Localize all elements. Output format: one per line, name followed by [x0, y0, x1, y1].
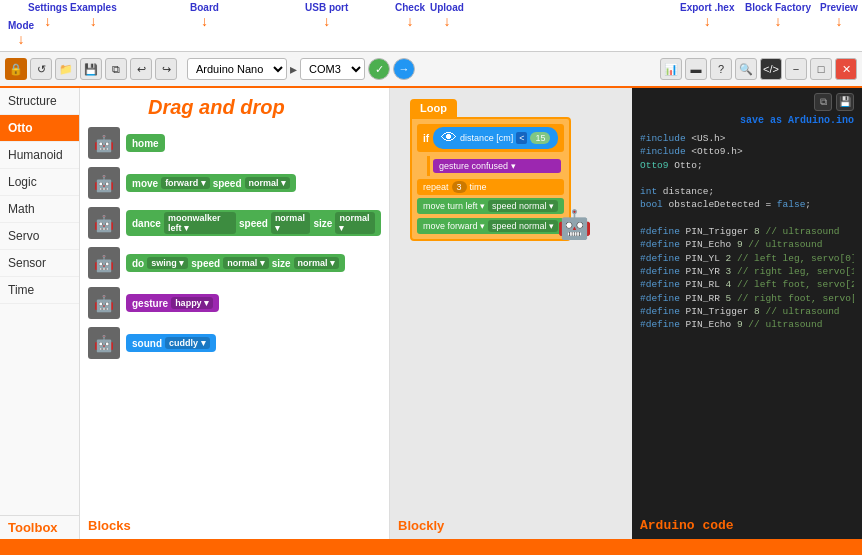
minimize-button[interactable]: −	[785, 58, 807, 80]
code-line-11: #define PIN_YR 3 // right leg, servo[1]	[640, 265, 854, 278]
copy-code-button[interactable]: ⧉	[814, 93, 832, 111]
robot-icon-gesture: 🤖	[88, 287, 120, 319]
block-row-sound: 🤖 sound cuddly ▾	[88, 327, 381, 359]
save-code-button[interactable]: 💾	[836, 93, 854, 111]
gesture-confused-block[interactable]: gesture confused ▾	[433, 159, 561, 173]
preview-arrow: ↓	[835, 13, 842, 29]
board-select[interactable]: Arduino Nano	[187, 58, 287, 80]
usb-arrow: ↓	[323, 13, 330, 29]
code-line-10: #define PIN_YL 2 // left leg, servo[0]	[640, 252, 854, 265]
robot-icon-move: 🤖	[88, 167, 120, 199]
block-factory-arrow: ↓	[775, 13, 782, 29]
robot-icon-dance: 🤖	[88, 207, 120, 239]
upload-arrow: ↓	[443, 13, 450, 29]
save-button[interactable]: 💾	[80, 58, 102, 80]
content-area: Structure Otto Humanoid Logic Math Servo…	[0, 88, 862, 539]
toolbox-item-humanoid[interactable]: Humanoid	[0, 142, 79, 169]
robot-icon-swing: 🤖	[88, 247, 120, 279]
block-gesture-happy[interactable]: gesture happy ▾	[126, 294, 219, 312]
help-icon[interactable]: ?	[710, 58, 732, 80]
blocks-label: Blocks	[88, 518, 131, 533]
redo-button[interactable]: ↪	[155, 58, 177, 80]
toolbox-item-otto[interactable]: Otto	[0, 115, 79, 142]
block-factory-label: Block Factory	[745, 2, 811, 13]
open-button[interactable]: 📁	[55, 58, 77, 80]
block-home[interactable]: home	[126, 134, 165, 152]
undo-button[interactable]: ↩	[130, 58, 152, 80]
examples-arrow: ↓	[90, 13, 97, 29]
code-line-14: #define PIN_Trigger 8 // ultrasound	[640, 305, 854, 318]
toolbox-item-math[interactable]: Math	[0, 196, 79, 223]
block-row-gesture: 🤖 gesture happy ▾	[88, 287, 381, 319]
upload-button[interactable]: →	[393, 58, 415, 80]
serial-icon[interactable]: ▬	[685, 58, 707, 80]
gesture-confused-label: gesture confused ▾	[439, 161, 516, 171]
drag-drop-text: Drag and drop	[148, 96, 381, 119]
mode-arrow: ↓	[18, 31, 25, 47]
toolbox-item-servo[interactable]: Servo	[0, 223, 79, 250]
block-dance[interactable]: dance moonwalker left ▾ speed normal ▾ s…	[126, 210, 381, 236]
copy-button[interactable]: ⧉	[105, 58, 127, 80]
speed-dropdown2[interactable]: speed normal ▾	[488, 220, 558, 232]
distance-sensor-block[interactable]: 👁 distance [cm] < 15	[433, 127, 558, 149]
code-line-5: int distance;	[640, 185, 854, 198]
block-row-swing: 🤖 do swing ▾ speed normal ▾ size normal …	[88, 247, 381, 279]
speed-dropdown[interactable]: speed normal ▾	[488, 200, 558, 212]
loop-block[interactable]: Loop if 👁 distance [cm] < 15	[410, 98, 571, 241]
move-turn-left-block[interactable]: move turn left ▾ speed normal ▾	[417, 198, 564, 214]
settings-arrow: ↓	[44, 13, 51, 29]
move-forward-block2[interactable]: move forward ▾ speed normal ▾	[417, 218, 564, 234]
check-arrow: ↓	[407, 13, 414, 29]
times-label: time	[470, 182, 487, 192]
close-button[interactable]: ✕	[835, 58, 857, 80]
export-hex-arrow: ↓	[704, 13, 711, 29]
annotation-bar: Settings ↓ Mode ↓ Examples ↓ Board ↓ USB…	[0, 0, 862, 52]
code-toggle-button[interactable]: </>	[760, 58, 782, 80]
toolbox-label: Toolbox	[0, 515, 79, 539]
toolbox-item-time[interactable]: Time	[0, 277, 79, 304]
code-line-9: #define PIN_Echo 9 // ultrasound	[640, 238, 854, 251]
status-bar	[0, 539, 862, 555]
if-label: if	[423, 133, 429, 144]
mode-label: Mode	[8, 20, 34, 31]
block-sound[interactable]: sound cuddly ▾	[126, 334, 216, 352]
lock-icon[interactable]: 🔒	[5, 58, 27, 80]
board-arrow: ↓	[201, 13, 208, 29]
check-button[interactable]: ✓	[368, 58, 390, 80]
toolbox-item-structure[interactable]: Structure	[0, 88, 79, 115]
repeat-block[interactable]: repeat 3 time	[417, 179, 564, 195]
loop-header: Loop	[410, 99, 457, 117]
move-turn-label: move turn left ▾	[423, 201, 485, 211]
toolbar-right: 📊 ▬ ? 🔍 </> − □ ✕	[660, 58, 857, 80]
search-icon[interactable]: 🔍	[735, 58, 757, 80]
app-window: Settings ↓ Mode ↓ Examples ↓ Board ↓ USB…	[0, 0, 862, 555]
code-panel-header: ⧉ 💾	[640, 93, 854, 111]
code-line-2: #include <Otto9.h>	[640, 145, 854, 158]
maximize-button[interactable]: □	[810, 58, 832, 80]
toolbox-item-logic[interactable]: Logic	[0, 169, 79, 196]
graph-icon[interactable]: 📊	[660, 58, 682, 80]
check-label: Check	[395, 2, 425, 13]
blockly-robot-icon: 🤖	[557, 208, 592, 241]
usb-label: USB port	[305, 2, 348, 13]
block-row-home: 🤖 home	[88, 127, 381, 159]
code-line-12: #define PIN_RL 4 // left foot, servo[2]	[640, 278, 854, 291]
code-line-13: #define PIN_RR 5 // right foot, servo[3]	[640, 292, 854, 305]
block-move-forward[interactable]: move forward ▾ speed normal ▾	[126, 174, 296, 192]
move-forward-label2: move forward ▾	[423, 221, 485, 231]
port-select[interactable]: COM3	[300, 58, 365, 80]
blocks-panel: Drag and drop 🤖 home 🤖 move forward ▾ sp…	[80, 88, 390, 539]
code-line-6: bool obstacleDetected = false;	[640, 198, 854, 211]
compare-value: 15	[530, 132, 550, 144]
blockly-area[interactable]: Loop if 👁 distance [cm] < 15	[390, 88, 632, 539]
toolbox-item-sensor[interactable]: Sensor	[0, 250, 79, 277]
new-button[interactable]: ↺	[30, 58, 52, 80]
repeat-value: 3	[452, 181, 467, 193]
if-block[interactable]: if 👁 distance [cm] < 15	[417, 124, 564, 152]
export-hex-label: Export .hex	[680, 2, 734, 13]
save-arduino-label[interactable]: save as Arduino.ino	[640, 115, 854, 126]
code-content: #include <US.h> #include <Otto9.h> Otto9…	[640, 132, 854, 333]
code-line-1: #include <US.h>	[640, 132, 854, 145]
block-swing[interactable]: do swing ▾ speed normal ▾ size normal ▾	[126, 254, 345, 272]
toolbar: 🔒 ↺ 📁 💾 ⧉ ↩ ↪ Arduino Nano ▸ COM3 ✓ → 📊 …	[0, 52, 862, 88]
